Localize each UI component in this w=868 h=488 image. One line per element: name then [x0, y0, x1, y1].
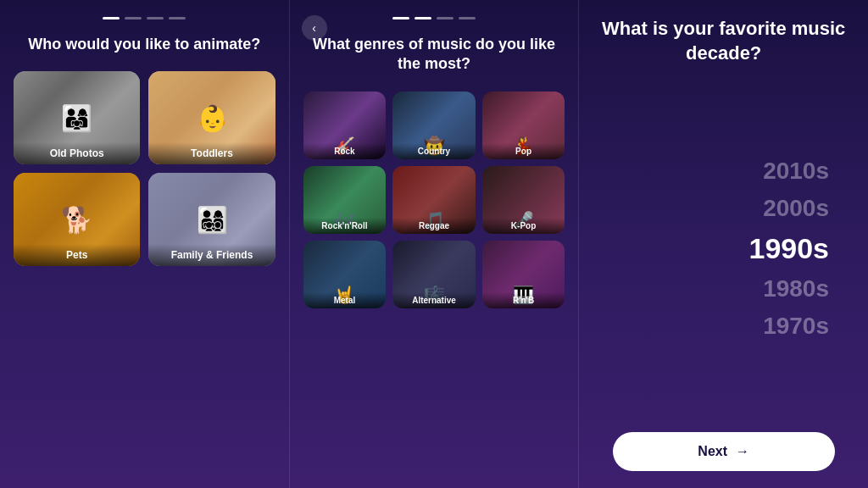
rnb-label: R'n'B [482, 292, 565, 308]
panel-genres: ‹ What genres of music do you like the m… [290, 0, 580, 488]
old-photos-label: Old Photos [14, 142, 140, 164]
genre-kpop[interactable]: 🎤 K-Pop [482, 166, 565, 234]
metal-label: Metal [303, 292, 387, 308]
pop-label: Pop [482, 143, 565, 159]
decade-1980s[interactable]: 1980s [763, 272, 829, 306]
pets-label: Pets [14, 244, 140, 266]
rocknroll-label: Rock'n'Roll [303, 218, 387, 234]
country-label: Country [392, 143, 476, 159]
question-2: What genres of music do you like the mos… [303, 35, 565, 75]
p2-dot-1 [392, 17, 409, 19]
card-old-photos[interactable]: 👨‍👩‍👧 Old Photos [14, 71, 140, 164]
genre-rock[interactable]: 🎸 Rock [303, 92, 387, 159]
genre-metal[interactable]: 🤘 Metal [303, 241, 387, 308]
genre-rocknroll[interactable]: 🎶 Rock'n'Roll [303, 166, 387, 234]
decade-1990s[interactable]: 1990s [748, 229, 829, 269]
dot-4 [169, 17, 186, 19]
dot-1 [103, 17, 120, 19]
dot-3 [147, 17, 164, 19]
toddlers-label: Toddlers [148, 142, 275, 164]
genre-reggae[interactable]: 🎵 Reggae [392, 166, 476, 234]
next-arrow-icon: → [736, 444, 749, 459]
reggae-label: Reggae [392, 218, 476, 234]
card-pets[interactable]: 🐕 Pets [14, 173, 140, 266]
question-3: What is your favorite music decade? [593, 17, 854, 65]
genre-country[interactable]: 🤠 Country [392, 92, 476, 159]
progress-indicator-1 [103, 17, 186, 19]
genres-grid: 🎸 Rock 🤠 Country 💃 Pop 🎶 Rock'n'Roll 🎵 R… [303, 92, 565, 308]
decade-2000s[interactable]: 2000s [763, 191, 829, 225]
panel-animate: Who would you like to animate? 👨‍👩‍👧 Old… [0, 0, 290, 488]
rock-label: Rock [303, 143, 387, 159]
dot-2 [125, 17, 142, 19]
card-toddlers[interactable]: 👶 Toddlers [148, 71, 275, 164]
back-icon: ‹ [312, 21, 316, 35]
progress-indicator-2 [392, 17, 476, 19]
card-family-friends[interactable]: 👨‍👩‍👧‍👦 Family & Friends [148, 173, 275, 266]
genre-alternative[interactable]: 🎼 Alternative [392, 241, 476, 308]
next-label: Next [698, 444, 727, 459]
genre-rnb[interactable]: 🎹 R'n'B [482, 241, 565, 308]
decade-list: 2010s 2000s 1990s 1980s 1970s [593, 74, 854, 424]
genre-pop[interactable]: 💃 Pop [482, 92, 565, 159]
p2-dot-4 [459, 17, 476, 19]
p2-dot-2 [415, 17, 431, 19]
animate-options-grid: 👨‍👩‍👧 Old Photos 👶 Toddlers 🐕 Pets 👨‍👩‍👧… [14, 71, 275, 266]
family-label: Family & Friends [148, 244, 275, 266]
p2-dot-3 [437, 17, 453, 19]
decade-2010s[interactable]: 2010s [763, 154, 829, 188]
question-1: Who would you like to animate? [28, 35, 260, 54]
panel-decade: What is your favorite music decade? 2010… [579, 0, 868, 488]
back-button[interactable]: ‹ [302, 15, 327, 41]
alt-label: Alternative [392, 292, 476, 308]
next-button[interactable]: Next → [613, 432, 835, 471]
decade-1970s[interactable]: 1970s [763, 309, 829, 343]
kpop-label: K-Pop [482, 218, 565, 234]
